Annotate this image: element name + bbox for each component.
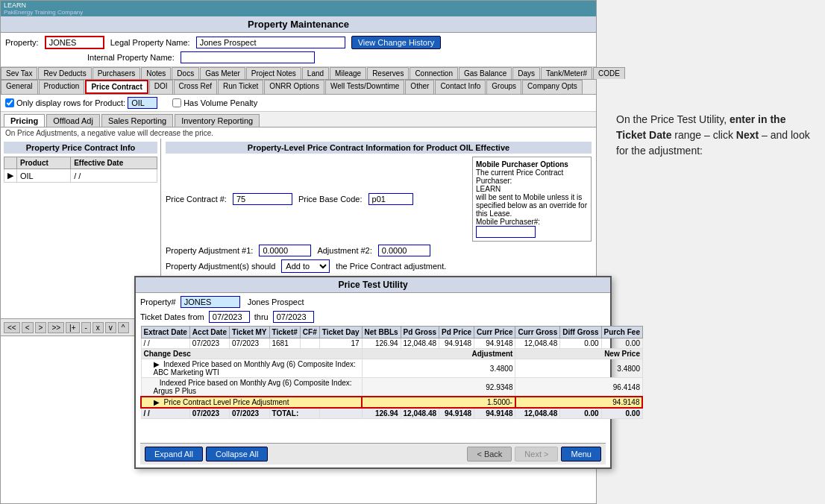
nav-delete[interactable]: - bbox=[81, 322, 91, 333]
nav-next[interactable]: > bbox=[35, 322, 47, 333]
th-ticket-day: Ticket Day bbox=[319, 327, 362, 338]
volume-penalty-checkbox[interactable] bbox=[172, 98, 181, 107]
collapse-all-button[interactable]: Collapse All bbox=[206, 447, 268, 462]
th-diff-gross: Diff Gross bbox=[560, 327, 601, 338]
menu-button[interactable]: Menu bbox=[561, 447, 601, 462]
table-row: ▶ OIL / / bbox=[4, 169, 157, 183]
sub-row-1: ▶ Indexed Price based on Monthly Avg (6)… bbox=[141, 359, 642, 378]
total-ticket-day bbox=[319, 408, 362, 419]
th-acct-date: Acct Date bbox=[189, 327, 229, 338]
tab-mileage[interactable]: Mileage bbox=[330, 67, 366, 79]
adj1-input[interactable] bbox=[259, 245, 311, 256]
instruction-panel: On the Price Test Utility, enter in the … bbox=[616, 112, 818, 159]
sub-header-row: Change Desc Adjustment New Price bbox=[141, 349, 642, 359]
pd-price: 94.9148 bbox=[439, 338, 474, 349]
price-contract-row: Price Contract #: Price Base Code: Mobil… bbox=[166, 157, 592, 242]
sub-tab-pricing[interactable]: Pricing bbox=[4, 114, 45, 127]
net-bbls: 126.94 bbox=[362, 338, 401, 349]
tab-days[interactable]: Days bbox=[512, 67, 540, 79]
th-net-bbls: Net BBLs bbox=[362, 327, 401, 338]
tab-gas-meter[interactable]: Gas Meter bbox=[200, 67, 245, 79]
nav-prev[interactable]: < bbox=[22, 322, 34, 333]
sub-header-change-desc: Change Desc bbox=[141, 349, 362, 359]
tab-general[interactable]: General bbox=[1, 80, 38, 94]
tab-production[interactable]: Production bbox=[39, 80, 85, 94]
tab-notes[interactable]: Notes bbox=[141, 67, 171, 79]
tab-other[interactable]: Other bbox=[405, 80, 434, 94]
display-rows-checkbox[interactable] bbox=[5, 98, 14, 107]
th-ticket-my: Ticket MY bbox=[230, 327, 270, 338]
adj2-label: Adjustment #2: bbox=[317, 246, 371, 255]
tab-reserves[interactable]: Reserves bbox=[367, 67, 409, 79]
price-test-utility: Price Test Utility Property# Jones Prosp… bbox=[134, 276, 612, 469]
mobile-purchaser: LEARN bbox=[476, 185, 588, 193]
ptu-property-input[interactable] bbox=[181, 296, 240, 308]
tab-project-notes[interactable]: Project Notes bbox=[246, 67, 301, 79]
expand-all-button[interactable]: Expand All bbox=[145, 447, 203, 462]
tab-price-contract[interactable]: Price Contract bbox=[85, 80, 148, 94]
price-test-table: Extract Date Acct Date Ticket MY Ticket#… bbox=[140, 326, 643, 419]
nav-x[interactable]: x bbox=[92, 322, 104, 333]
tab-code[interactable]: CODE bbox=[593, 67, 625, 79]
tab-gas-balance[interactable]: Gas Balance bbox=[459, 67, 512, 79]
tab-doi[interactable]: DOI bbox=[149, 80, 173, 94]
adj2-input[interactable] bbox=[378, 245, 430, 256]
tab-well-tests[interactable]: Well Tests/Downtime bbox=[325, 80, 404, 94]
bottom-left-buttons: Expand All Collapse All bbox=[145, 447, 268, 462]
row-arrow: ▶ bbox=[4, 169, 17, 183]
th-pd-price: Pd Price bbox=[439, 327, 474, 338]
tab-land[interactable]: Land bbox=[302, 67, 329, 79]
adj-should-select[interactable]: Add to Replace bbox=[281, 259, 330, 273]
price-base-code-input[interactable] bbox=[368, 193, 413, 205]
total-extract: / / bbox=[141, 408, 189, 419]
ptu-property-name: Jones Prospect bbox=[248, 297, 304, 306]
nav-add[interactable]: |+ bbox=[66, 322, 79, 333]
internal-name-input[interactable] bbox=[181, 51, 315, 63]
tab-docs[interactable]: Docs bbox=[172, 67, 199, 79]
company-name: PakEnergy Training Company bbox=[4, 9, 593, 16]
tab-onrr-options[interactable]: ONRR Options bbox=[264, 80, 324, 94]
price-base-code-label: Price Base Code: bbox=[298, 195, 363, 204]
tab-contact-info[interactable]: Contact Info bbox=[435, 80, 486, 94]
total-ticket-my: 07/2023 bbox=[230, 408, 270, 419]
mobile-purchaser-input[interactable] bbox=[476, 226, 536, 238]
ptu-property-label: Property# bbox=[140, 297, 176, 306]
internal-name-label: Internal Property Name: bbox=[87, 53, 175, 62]
back-button[interactable]: < Back bbox=[467, 447, 512, 462]
th-cf: CF# bbox=[300, 327, 319, 338]
total-purch-fee: 0.00 bbox=[601, 408, 642, 419]
sub-tab-sales-reporting[interactable]: Sales Reporting bbox=[101, 114, 173, 127]
sub-tabs: Pricing Offload Adj Sales Reporting Inve… bbox=[1, 112, 596, 127]
tab-run-ticket[interactable]: Run Ticket bbox=[218, 80, 263, 94]
nav-last[interactable]: >> bbox=[48, 322, 64, 333]
sub-adjustment-1: 3.4800 bbox=[362, 359, 515, 378]
tab-connection[interactable]: Connection bbox=[410, 67, 458, 79]
nav-first[interactable]: << bbox=[4, 322, 20, 333]
price-contract-input[interactable] bbox=[233, 193, 292, 205]
property-section: Property: Legal Property Name: View Chan… bbox=[1, 33, 596, 67]
next-button[interactable]: Next > bbox=[515, 447, 558, 462]
legal-name-input[interactable] bbox=[196, 37, 345, 48]
property-input[interactable] bbox=[45, 36, 104, 49]
tab-tank-meter[interactable]: Tank/Meter# bbox=[541, 67, 592, 79]
nav-v[interactable]: v bbox=[105, 322, 116, 333]
sub-tab-inventory-reporting[interactable]: Inventory Reporting bbox=[175, 114, 260, 127]
ptu-date-from[interactable] bbox=[209, 311, 250, 323]
tabs-row1: Sev Tax Rev Deducts Purchasers Notes Doc… bbox=[1, 67, 596, 80]
view-history-button[interactable]: View Change History bbox=[351, 36, 442, 49]
sub-adjustment-3: 1.5000- bbox=[362, 397, 515, 408]
product-input[interactable] bbox=[128, 97, 157, 109]
product-cell: OIL bbox=[17, 169, 71, 183]
tab-purchasers[interactable]: Purchasers bbox=[92, 67, 141, 79]
tab-rev-deducts[interactable]: Rev Deducts bbox=[38, 67, 91, 79]
nav-up[interactable]: ^ bbox=[118, 322, 129, 333]
display-rows-label: Only display rows for Product: bbox=[5, 97, 157, 109]
total-pd-price: 94.9148 bbox=[439, 408, 474, 419]
tab-groups[interactable]: Groups bbox=[486, 80, 521, 94]
tab-cross-ref[interactable]: Cross Ref bbox=[174, 80, 217, 94]
sub-tab-offload-adj[interactable]: Offload Adj bbox=[46, 114, 100, 127]
tab-sev-tax[interactable]: Sev Tax bbox=[1, 67, 37, 79]
tab-company-opts[interactable]: Company Opts bbox=[522, 80, 583, 94]
effective-date-cell: / / bbox=[71, 169, 157, 183]
ptu-date-to[interactable] bbox=[273, 311, 314, 323]
